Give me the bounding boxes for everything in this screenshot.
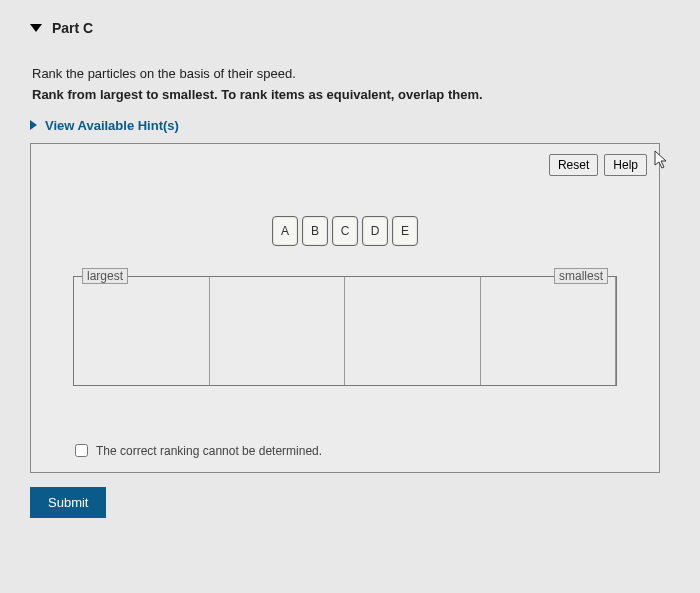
hints-toggle[interactable]: View Available Hint(s) [30, 118, 660, 133]
tile-e[interactable]: E [392, 216, 418, 246]
tile-a[interactable]: A [272, 216, 298, 246]
instructions: Rank the particles on the basis of their… [32, 64, 660, 106]
rank-label-largest: largest [82, 268, 128, 284]
reset-button[interactable]: Reset [549, 154, 598, 176]
ranking-dropzone[interactable]: largest smallest [73, 276, 617, 386]
instruction-line-2: Rank from largest to smallest. To rank i… [32, 85, 660, 106]
tile-d[interactable]: D [362, 216, 388, 246]
hints-label: View Available Hint(s) [45, 118, 179, 133]
help-button[interactable]: Help [604, 154, 647, 176]
cannot-determine-label: The correct ranking cannot be determined… [96, 444, 322, 458]
rank-column[interactable] [210, 277, 346, 385]
tiles-row: A B C D E [43, 216, 647, 246]
instruction-line-1: Rank the particles on the basis of their… [32, 64, 660, 85]
part-title: Part C [52, 20, 93, 36]
submit-button[interactable]: Submit [30, 487, 106, 518]
collapse-down-icon [30, 24, 42, 32]
rank-column[interactable] [345, 277, 481, 385]
expand-right-icon [30, 120, 37, 130]
rank-column[interactable] [481, 277, 617, 385]
ranking-workspace: Reset Help A B C D E largest smallest Th… [30, 143, 660, 473]
tile-b[interactable]: B [302, 216, 328, 246]
rank-column[interactable] [74, 277, 210, 385]
cannot-determine-checkbox[interactable] [75, 444, 88, 457]
part-header[interactable]: Part C [30, 20, 660, 36]
cannot-determine-row: The correct ranking cannot be determined… [75, 444, 322, 458]
workspace-buttons: Reset Help [43, 154, 647, 176]
tile-c[interactable]: C [332, 216, 358, 246]
rank-label-smallest: smallest [554, 268, 608, 284]
